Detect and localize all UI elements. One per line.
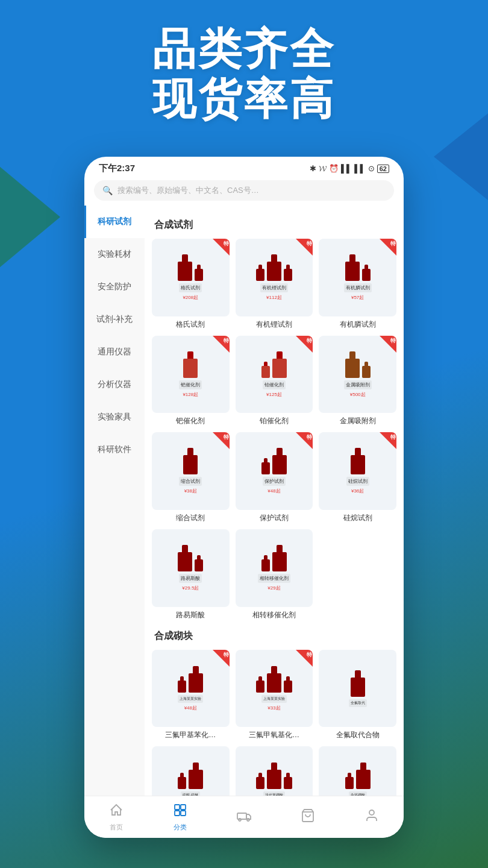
svg-rect-3 (181, 811, 186, 816)
nav-cart[interactable] (276, 808, 340, 826)
main-content: 合成试剂 格氏试剂 ¥208起 (145, 206, 404, 808)
status-bar: 下午2:37 ✱ 𝓦 ⏰ ▌▌ ▌▌ ⊙ 62 (84, 157, 404, 178)
search-bar[interactable]: 🔍 搜索编号、原始编号、中文名、CAS号… (94, 180, 394, 201)
svg-point-5 (239, 819, 241, 821)
nav-delivery[interactable] (212, 808, 276, 826)
product-quanfu[interactable]: 全氟取代 全氟取代合物 (319, 650, 396, 741)
home-icon (109, 803, 124, 821)
status-time: 下午2:37 (99, 163, 135, 174)
product-grid-hecheng: 格氏试剂 ¥208起 格氏试剂 (152, 239, 396, 620)
hero-title: 品类齐全 现货率高 (0, 24, 488, 124)
sidebar-item-buchong[interactable]: 试剂-补充 (84, 303, 145, 336)
svg-rect-4 (237, 813, 246, 819)
nav-category-label: 分类 (174, 823, 187, 832)
delivery-icon (237, 808, 251, 826)
cart-icon (301, 808, 315, 826)
svg-rect-1 (181, 805, 186, 810)
status-icons: ✱ 𝓦 ⏰ ▌▌ ▌▌ ⊙ 62 (310, 164, 389, 174)
search-icon: 🔍 (102, 186, 113, 195)
nav-home-label: 首页 (110, 823, 123, 832)
svg-rect-0 (175, 805, 180, 810)
product-grid-qikuai: 上海某某实验 ¥48起 三氟甲基苯化… (152, 650, 396, 808)
section-title-hecheng: 合成试剂 (154, 219, 396, 231)
product-youjili[interactable]: 有机锂试剂 ¥112起 有机锂试剂 (236, 239, 313, 330)
content-area: 科研试剂 实验耗材 安全防护 试剂-补充 通用仪器 分析仪器 实验家具 科研软件 (84, 206, 404, 808)
nav-user[interactable] (340, 808, 404, 826)
sidebar-item-tongyong[interactable]: 通用仪器 (84, 336, 145, 368)
section-title-hechengqikuai: 合成砌块 (154, 630, 396, 643)
sidebar-item-keyan[interactable]: 科研试剂 (84, 206, 145, 238)
nav-category[interactable]: 分类 (148, 803, 212, 832)
sidebar-item-jiaju[interactable]: 实验家具 (84, 401, 145, 433)
product-guiwan[interactable]: 硅烷试剂 ¥36起 硅烷试剂 (319, 432, 396, 523)
empty-cell (319, 529, 396, 620)
bottom-nav: 首页 分类 (84, 796, 404, 838)
product-geshi[interactable]: 格氏试剂 ¥208起 格氏试剂 (152, 239, 230, 330)
product-luyisi[interactable]: 路易斯酸 ¥29.5起 路易斯酸 (152, 529, 230, 620)
sidebar-item-shiyan[interactable]: 实验耗材 (84, 238, 145, 271)
sidebar-item-ruanjian[interactable]: 科研软件 (84, 433, 145, 466)
product-sanfu2[interactable]: 上海某某实验 ¥33起 三氟甲氧基化… (236, 650, 313, 741)
phone-mockup: 下午2:37 ✱ 𝓦 ⏰ ▌▌ ▌▌ ⊙ 62 🔍 搜索编号、原始编号、中文名、… (84, 157, 404, 838)
user-icon (364, 808, 379, 826)
sidebar-item-anquan[interactable]: 安全防护 (84, 271, 145, 303)
search-placeholder: 搜索编号、原始编号、中文名、CAS号… (117, 185, 259, 196)
product-baohu[interactable]: 保护试剂 ¥48起 保护试剂 (236, 432, 313, 523)
sidebar: 科研试剂 实验耗材 安全防护 试剂-补充 通用仪器 分析仪器 实验家具 科研软件 (84, 206, 145, 808)
product-xiangzhuanyi[interactable]: 相转移催化剂 ¥29起 相转移催化剂 (236, 529, 313, 620)
hero-section: 品类齐全 现货率高 (0, 24, 488, 124)
product-bo[interactable]: 铂催化剂 ¥125起 铂催化剂 (236, 336, 313, 427)
product-sanfu1[interactable]: 上海某某实验 ¥48起 三氟甲基苯化… (152, 650, 230, 741)
svg-point-6 (247, 819, 249, 821)
product-jinshu[interactable]: 金属吸附剂 ¥500起 金属吸附剂 (319, 336, 396, 427)
sidebar-item-fenxi[interactable]: 分析仪器 (84, 368, 145, 401)
svg-point-8 (369, 810, 374, 815)
product-youjilin[interactable]: 有机膦试剂 ¥57起 有机膦试剂 (319, 239, 396, 330)
nav-home[interactable]: 首页 (84, 803, 148, 832)
product-ba[interactable]: 钯催化剂 ¥128起 钯催化剂 (152, 336, 230, 427)
svg-rect-2 (175, 811, 180, 816)
category-icon (173, 803, 187, 821)
product-suohe[interactable]: 缩合试剂 ¥38起 缩合试剂 (152, 432, 230, 523)
